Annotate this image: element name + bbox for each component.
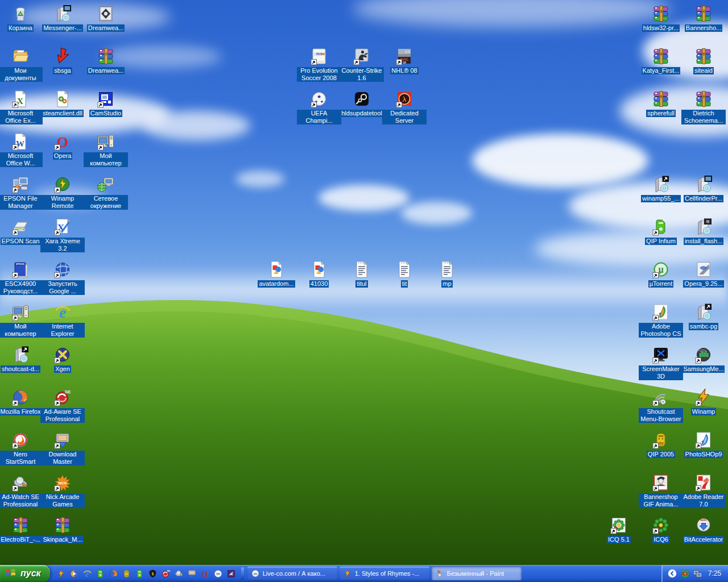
- boxarrow-icon: [11, 346, 30, 365]
- quicklaunch-qip-infium-icon[interactable]: [134, 567, 146, 580]
- desktop-icon-shoutcast-menu-browser[interactable]: Shoutcast Menu-Browser: [639, 388, 683, 423]
- desktop-icon-icq6[interactable]: ICQ6: [639, 516, 683, 543]
- desktop-icon-dreamwea[interactable]: Dreamwea...: [84, 47, 128, 74]
- desktop-icon-корзина[interactable]: Корзина: [0, 5, 43, 32]
- desktop-icon-мой-компьютер[interactable]: Мой компьютер: [84, 132, 128, 167]
- desktop-icon-mozilla-firefox[interactable]: Mozilla Firefox: [0, 388, 43, 415]
- desktop-icon-adobe-reader-7-0[interactable]: Adobe Reader 7.0: [681, 473, 726, 508]
- quicklaunch-internet-explorer-icon[interactable]: e: [82, 567, 93, 580]
- desktop-icon-uefa-champi[interactable]: ★★★UEFA Champi...: [297, 90, 341, 124]
- desktop-icon-tit[interactable]: tit: [382, 260, 427, 288]
- desktop-icon-epson-file-manager[interactable]: EPSON File Manager: [0, 175, 43, 210]
- desktop-icon-screenmaker-3d[interactable]: ScreenMaker 3D: [639, 346, 683, 380]
- quicklaunch-opera-icon[interactable]: O: [200, 567, 211, 580]
- desktop-icon-spherefull[interactable]: spherefull: [639, 90, 683, 117]
- quicklaunch-purple-app-icon[interactable]: [226, 567, 237, 580]
- desktop-icon-skinpack-m[interactable]: Skinpack_M...: [40, 516, 85, 543]
- page-txt-icon: [352, 260, 371, 280]
- desktop-icon-electrobit[interactable]: ElectroBiT_-...: [0, 516, 43, 543]
- desktop-icon-winamp-remote[interactable]: Winamp Remote: [40, 175, 85, 210]
- desktop-icon-bitaccelerator[interactable]: NaNoBitAccelerator: [681, 516, 726, 543]
- desktop-icon-qip-infium[interactable]: QIP Infium: [639, 218, 683, 245]
- quicklaunch-qip-2005-icon[interactable]: qip: [121, 567, 133, 580]
- taskbar-separator[interactable]: [241, 567, 244, 580]
- desktop-icon-nick-arcade-games[interactable]: NICKNick Arcade Games: [40, 473, 85, 508]
- desktop-icon-opera-9-25[interactable]: Opera_9.25...: [681, 260, 726, 288]
- desktop-icon-hldsw32-pr[interactable]: hldsw32-pr...: [639, 5, 683, 32]
- desktop-icon-siteaid[interactable]: siteaid: [681, 47, 726, 74]
- desktop-icon-shoutcast-d[interactable]: shoutcast-d...: [0, 346, 43, 373]
- desktop-icon-sbsga[interactable]: sbsga: [40, 47, 85, 74]
- desktop-icon-bannershop-gif-anima[interactable]: Bannershop GIF Anima...: [639, 473, 683, 508]
- desktop-icon-dreamwea[interactable]: Dreamwea...: [84, 5, 128, 32]
- desktop-icon-winamp[interactable]: Winamp: [681, 388, 726, 415]
- desktop-icon-41030[interactable]: 41030: [297, 260, 341, 288]
- desktop-icon-pro-evolution-soccer-2008[interactable]: PESPro Evolution Soccer 2008: [297, 47, 341, 82]
- desktop-icon-mp[interactable]: mp: [425, 260, 469, 288]
- icq-status-na-icon[interactable]: N/A: [680, 569, 690, 579]
- desktop-icon-label: Мои документы: [0, 67, 43, 82]
- quicklaunch-download-master-icon[interactable]: [187, 567, 198, 580]
- desktop-icon-samsungme[interactable]: SamsungMe...: [681, 346, 726, 373]
- desktop-icon-winamp55[interactable]: winamp55_...: [639, 175, 683, 202]
- desktop-icon-escx4900-руководст[interactable]: EPSONESCX4900 Руководст...: [0, 260, 43, 295]
- desktop-icon-dietrich-schoenema[interactable]: Dietrich Schoenema...: [681, 90, 726, 124]
- quicklaunch-firefox-icon[interactable]: [108, 567, 119, 580]
- quicklaunch-winamp-icon[interactable]: [56, 567, 67, 580]
- desktop-icon-bannersho[interactable]: Bannersho...: [681, 5, 726, 32]
- desktop-icon-opera[interactable]: OOpera: [40, 132, 85, 160]
- taskbar-task-1-styles-of-rhymes[interactable]: 1. Styles of Rhymes -...: [340, 567, 429, 580]
- desktop-icon-steamclient-dll[interactable]: steamclient.dll: [40, 90, 85, 117]
- quicklaunch-ad-aware-icon[interactable]: SE: [160, 567, 172, 580]
- desktop-icon-ad-aware-se-professional[interactable]: SEAd-Aware SE Professional: [40, 388, 85, 423]
- desktop-icon-katya-first[interactable]: Katya_First...: [639, 47, 683, 74]
- reader-icon: [694, 473, 713, 493]
- desktop-icon-titul[interactable]: titul: [340, 260, 384, 288]
- tray-clock[interactable]: 7:25: [708, 569, 721, 577]
- desktop-icon-microsoft-office-ex[interactable]: XMicrosoft Office Ex...: [0, 90, 43, 124]
- desktop-icon-xara-xtreme-3-2[interactable]: XXara Xtreme 3.2: [40, 218, 85, 252]
- desktop-icon-download-master[interactable]: Download Master: [40, 431, 85, 465]
- desktop-icon-counter-strike-1-6[interactable]: Counter-Strike 1.6: [340, 47, 384, 82]
- desktop-icon-epson-scan[interactable]: EPSON Scan: [0, 218, 43, 245]
- desktop-icon-photoshop9[interactable]: PhotoSHOp9: [681, 431, 726, 458]
- desktop-icon-label: Nick Arcade Games: [40, 493, 85, 508]
- quicklaunch-media-player-classic-icon[interactable]: [69, 567, 80, 580]
- taskbar-task-безымянный-paint[interactable]: Безымянный - Paint: [432, 567, 522, 580]
- desktop-icon-qip-2005[interactable]: qipQIP 2005: [639, 431, 683, 458]
- quicklaunch-qip-messenger-icon[interactable]: [95, 567, 106, 580]
- desktop-icon-мой-компьютер[interactable]: Мой компьютер: [0, 303, 43, 338]
- epsonfm-icon: [11, 175, 30, 194]
- desktop-icon-nhl-08[interactable]: EANHL08NHL® 08: [382, 47, 427, 74]
- taskbar-task-live-co-com-а-како[interactable]: mLive-co.com / А како...: [247, 567, 337, 580]
- quicklaunch-ad-watch-icon[interactable]: [173, 567, 185, 580]
- start-button[interactable]: пуск: [0, 565, 50, 582]
- desktop-icon-label: Opera_9.25...: [683, 280, 723, 288]
- desktop-icon-adobe-photoshop-cs[interactable]: Adobe Photoshop CS: [639, 303, 683, 338]
- svg-text:NICK: NICK: [59, 481, 67, 485]
- quicklaunch-steam-icon[interactable]: $: [147, 567, 159, 580]
- desktop-icon-icq-5-1[interactable]: ICQ 5.1: [597, 516, 641, 543]
- desktop-icon-dedicated-server[interactable]: λDedicated Server: [382, 90, 427, 124]
- desktop-icon-internet-explorer[interactable]: eInternet Explorer: [40, 303, 85, 338]
- desktop-icon-camstudio[interactable]: CamStudio: [84, 90, 128, 117]
- desktop-icon-torrent[interactable]: µµTorrent: [639, 260, 683, 288]
- desktop-icon-microsoft-office-w[interactable]: WMicrosoft Office W...: [0, 132, 43, 167]
- svg-text:qip: qip: [125, 574, 128, 576]
- desktop-icon-avatardom[interactable]: avatardom...: [254, 260, 299, 288]
- desktop-icon-сетевое-окружение[interactable]: Сетевое окружение: [84, 175, 128, 210]
- svg-text:★: ★: [320, 99, 324, 103]
- desktop-icon-запустить-google[interactable]: Запустить Google ...: [40, 260, 85, 295]
- desktop-icon-cellfinderpr[interactable]: CellfinderPr...: [681, 175, 726, 202]
- tray-chevron-icon[interactable]: [668, 569, 677, 579]
- network-tray-icon[interactable]: [693, 569, 702, 579]
- desktop-icon-ad-watch-se-professional[interactable]: Ad-Watch SE Professional: [0, 473, 43, 508]
- desktop-icon-nero-startsmart[interactable]: Nero StartSmart: [0, 431, 43, 465]
- desktop-icon-мои-документы[interactable]: Мои документы: [0, 47, 43, 82]
- desktop-icon-messenger[interactable]: Messenger-...: [40, 5, 85, 32]
- desktop-icon-sambc-pg[interactable]: sambc-pg: [681, 303, 726, 330]
- desktop-icon-install-flash[interactable]: finstall_flash...: [681, 218, 726, 245]
- desktop-icon-hldsupdatetool[interactable]: hldsupdatetool: [340, 90, 384, 117]
- quicklaunch-maxthon-icon[interactable]: m: [213, 567, 224, 580]
- desktop-icon-xgen[interactable]: Xgen: [40, 346, 85, 373]
